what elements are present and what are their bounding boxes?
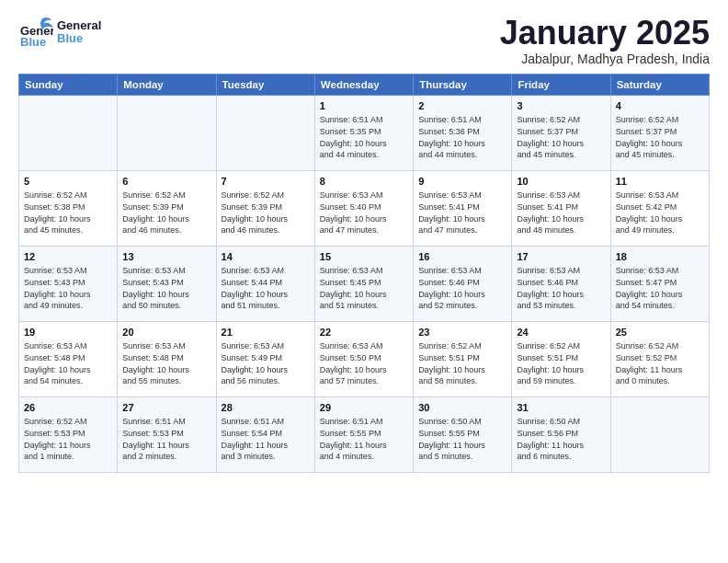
col-sunday: Sunday	[19, 74, 118, 95]
calendar-cell-3-1: 20Sunrise: 6:53 AMSunset: 5:48 PMDayligh…	[118, 321, 216, 396]
calendar-cell-2-3: 15Sunrise: 6:53 AMSunset: 5:45 PMDayligh…	[314, 246, 413, 321]
calendar-cell-1-3: 8Sunrise: 6:53 AMSunset: 5:40 PMDaylight…	[314, 170, 413, 246]
calendar-week-2: 5Sunrise: 6:52 AMSunset: 5:38 PMDaylight…	[19, 170, 710, 246]
day-number: 19	[24, 326, 112, 339]
calendar-cell-4-0: 26Sunrise: 6:52 AMSunset: 5:53 PMDayligh…	[19, 396, 118, 472]
day-info: Sunrise: 6:52 AMSunset: 5:52 PMDaylight:…	[616, 340, 704, 386]
page-header: General Blue General Blue January 2025 J…	[18, 15, 710, 66]
day-info: Sunrise: 6:53 AMSunset: 5:40 PMDaylight:…	[320, 190, 408, 236]
day-info: Sunrise: 6:52 AMSunset: 5:51 PMDaylight:…	[418, 340, 506, 386]
calendar-week-1: 1Sunrise: 6:51 AMSunset: 5:35 PMDaylight…	[19, 95, 710, 170]
day-info: Sunrise: 6:53 AMSunset: 5:46 PMDaylight:…	[517, 265, 605, 311]
day-info: Sunrise: 6:53 AMSunset: 5:43 PMDaylight:…	[24, 265, 112, 311]
calendar-header-row: Sunday Monday Tuesday Wednesday Thursday…	[19, 74, 710, 95]
calendar-cell-0-4: 2Sunrise: 6:51 AMSunset: 5:36 PMDaylight…	[414, 95, 512, 170]
day-info: Sunrise: 6:52 AMSunset: 5:38 PMDaylight:…	[24, 190, 112, 236]
day-number: 12	[24, 250, 112, 264]
day-info: Sunrise: 6:51 AMSunset: 5:36 PMDaylight:…	[418, 114, 506, 160]
calendar-cell-2-0: 12Sunrise: 6:53 AMSunset: 5:43 PMDayligh…	[19, 246, 118, 321]
location-subtitle: Jabalpur, Madhya Pradesh, India	[500, 52, 710, 66]
col-friday: Friday	[512, 74, 610, 95]
day-number: 18	[616, 250, 704, 264]
day-number: 27	[122, 401, 210, 415]
calendar-table: Sunday Monday Tuesday Wednesday Thursday…	[18, 74, 710, 473]
day-number: 31	[517, 401, 605, 415]
logo: General Blue General Blue	[18, 15, 101, 50]
col-saturday: Saturday	[610, 74, 709, 95]
calendar-week-5: 26Sunrise: 6:52 AMSunset: 5:53 PMDayligh…	[19, 396, 710, 472]
day-number: 1	[320, 99, 408, 113]
day-info: Sunrise: 6:51 AMSunset: 5:35 PMDaylight:…	[320, 114, 408, 160]
day-number: 9	[418, 175, 506, 189]
logo-icon: General Blue	[18, 15, 53, 50]
calendar-cell-0-5: 3Sunrise: 6:52 AMSunset: 5:37 PMDaylight…	[512, 95, 610, 170]
day-number: 3	[517, 99, 605, 113]
day-info: Sunrise: 6:53 AMSunset: 5:50 PMDaylight:…	[320, 340, 408, 386]
logo-text-general: General	[57, 19, 101, 32]
calendar-cell-0-3: 1Sunrise: 6:51 AMSunset: 5:35 PMDaylight…	[314, 95, 413, 170]
day-info: Sunrise: 6:53 AMSunset: 5:48 PMDaylight:…	[122, 340, 210, 386]
calendar-cell-1-4: 9Sunrise: 6:53 AMSunset: 5:41 PMDaylight…	[414, 170, 512, 246]
day-number: 8	[320, 175, 408, 189]
day-number: 29	[320, 401, 408, 415]
calendar-cell-4-5: 31Sunrise: 6:50 AMSunset: 5:56 PMDayligh…	[512, 396, 610, 472]
col-tuesday: Tuesday	[216, 74, 314, 95]
day-info: Sunrise: 6:51 AMSunset: 5:55 PMDaylight:…	[320, 416, 408, 462]
day-number: 23	[418, 326, 506, 339]
calendar-cell-4-1: 27Sunrise: 6:51 AMSunset: 5:53 PMDayligh…	[118, 396, 216, 472]
day-info: Sunrise: 6:53 AMSunset: 5:42 PMDaylight:…	[616, 190, 704, 236]
day-number: 20	[122, 326, 210, 339]
day-info: Sunrise: 6:53 AMSunset: 5:41 PMDaylight:…	[517, 190, 605, 236]
day-number: 16	[418, 250, 506, 264]
title-area: January 2025 Jabalpur, Madhya Pradesh, I…	[500, 15, 710, 66]
calendar-cell-2-2: 14Sunrise: 6:53 AMSunset: 5:44 PMDayligh…	[216, 246, 314, 321]
calendar-cell-0-0	[19, 95, 118, 170]
logo-text-blue: Blue	[57, 32, 101, 45]
day-info: Sunrise: 6:52 AMSunset: 5:37 PMDaylight:…	[517, 114, 605, 160]
calendar-cell-1-6: 11Sunrise: 6:53 AMSunset: 5:42 PMDayligh…	[610, 170, 709, 246]
calendar-cell-4-2: 28Sunrise: 6:51 AMSunset: 5:54 PMDayligh…	[216, 396, 314, 472]
day-number: 17	[517, 250, 605, 264]
day-info: Sunrise: 6:53 AMSunset: 5:44 PMDaylight:…	[222, 265, 310, 311]
calendar-cell-2-5: 17Sunrise: 6:53 AMSunset: 5:46 PMDayligh…	[512, 246, 610, 321]
day-number: 21	[222, 326, 310, 339]
day-number: 15	[320, 250, 408, 264]
calendar-cell-0-1	[118, 95, 216, 170]
day-number: 24	[517, 326, 605, 339]
col-monday: Monday	[118, 74, 216, 95]
day-number: 26	[24, 401, 112, 415]
col-wednesday: Wednesday	[314, 74, 413, 95]
day-number: 11	[616, 175, 704, 189]
day-info: Sunrise: 6:53 AMSunset: 5:48 PMDaylight:…	[24, 340, 112, 386]
calendar-cell-3-0: 19Sunrise: 6:53 AMSunset: 5:48 PMDayligh…	[19, 321, 118, 396]
day-number: 10	[517, 175, 605, 189]
calendar-cell-1-1: 6Sunrise: 6:52 AMSunset: 5:39 PMDaylight…	[118, 170, 216, 246]
calendar-cell-4-4: 30Sunrise: 6:50 AMSunset: 5:55 PMDayligh…	[414, 396, 512, 472]
calendar-cell-2-4: 16Sunrise: 6:53 AMSunset: 5:46 PMDayligh…	[414, 246, 512, 321]
svg-text:Blue: Blue	[20, 35, 46, 49]
calendar-cell-3-3: 22Sunrise: 6:53 AMSunset: 5:50 PMDayligh…	[314, 321, 413, 396]
calendar-cell-0-6: 4Sunrise: 6:52 AMSunset: 5:37 PMDaylight…	[610, 95, 709, 170]
calendar-cell-1-0: 5Sunrise: 6:52 AMSunset: 5:38 PMDaylight…	[19, 170, 118, 246]
day-info: Sunrise: 6:53 AMSunset: 5:41 PMDaylight:…	[418, 190, 506, 236]
day-info: Sunrise: 6:53 AMSunset: 5:49 PMDaylight:…	[222, 340, 310, 386]
calendar-cell-4-3: 29Sunrise: 6:51 AMSunset: 5:55 PMDayligh…	[314, 396, 413, 472]
calendar-cell-3-5: 24Sunrise: 6:52 AMSunset: 5:51 PMDayligh…	[512, 321, 610, 396]
day-number: 6	[122, 175, 210, 189]
day-info: Sunrise: 6:52 AMSunset: 5:37 PMDaylight:…	[616, 114, 704, 160]
calendar-cell-2-6: 18Sunrise: 6:53 AMSunset: 5:47 PMDayligh…	[610, 246, 709, 321]
calendar-cell-0-2	[216, 95, 314, 170]
day-number: 7	[222, 175, 310, 189]
day-info: Sunrise: 6:52 AMSunset: 5:53 PMDaylight:…	[24, 416, 112, 462]
day-number: 25	[616, 326, 704, 339]
day-info: Sunrise: 6:53 AMSunset: 5:46 PMDaylight:…	[418, 265, 506, 311]
day-number: 28	[222, 401, 310, 415]
day-number: 4	[616, 99, 704, 113]
calendar-cell-1-5: 10Sunrise: 6:53 AMSunset: 5:41 PMDayligh…	[512, 170, 610, 246]
day-info: Sunrise: 6:52 AMSunset: 5:39 PMDaylight:…	[222, 190, 310, 236]
day-info: Sunrise: 6:53 AMSunset: 5:43 PMDaylight:…	[122, 265, 210, 311]
calendar-cell-3-6: 25Sunrise: 6:52 AMSunset: 5:52 PMDayligh…	[610, 321, 709, 396]
day-number: 2	[418, 99, 506, 113]
day-info: Sunrise: 6:52 AMSunset: 5:39 PMDaylight:…	[122, 190, 210, 236]
calendar-week-3: 12Sunrise: 6:53 AMSunset: 5:43 PMDayligh…	[19, 246, 710, 321]
